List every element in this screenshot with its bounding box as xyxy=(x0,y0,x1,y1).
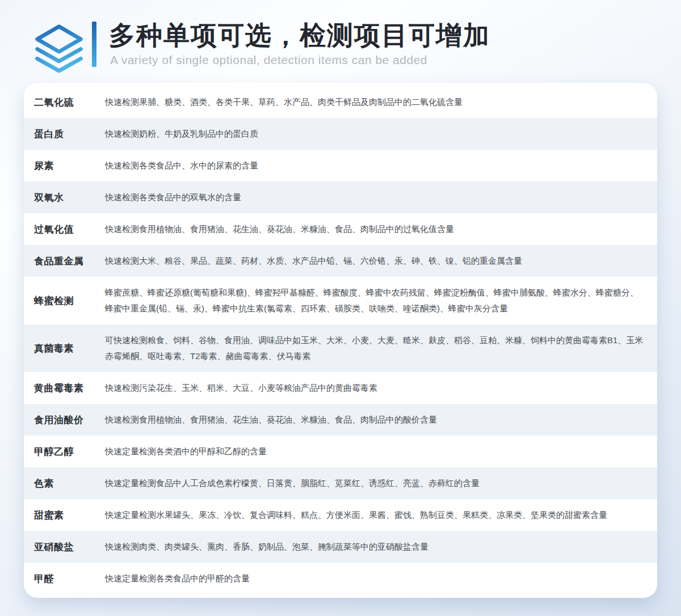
table-row: 色素 快速定量检测食品中人工合成色素柠檬黄、日落黄、胭脂红、苋菜红、诱惑红、亮蓝… xyxy=(24,467,657,499)
row-label: 食品重金属 xyxy=(24,255,105,268)
page-header: 多种单项可选，检测项目可增加 A variety of single optio… xyxy=(0,0,681,81)
row-description: 快速检测大米、粮谷、果品、蔬菜、药材、水质、水产品中铅、镉、六价铬、汞、砷、铁、… xyxy=(105,253,657,269)
row-label: 色素 xyxy=(24,477,105,490)
row-description: 快速检测各类食品中的双氧水的含量 xyxy=(105,189,657,205)
table-row: 甲醛 快速定量检测各类食品中的甲醛的含量 xyxy=(24,563,657,594)
table-row: 蜂蜜检测 蜂蜜蔗糖、蜂蜜还原糖(葡萄糖和果糖)、蜂蜜羟甲基糠醛、蜂蜜酸度、蜂蜜中… xyxy=(24,277,657,324)
row-description: 快速检测各类食品中、水中的尿素的含量 xyxy=(105,158,657,174)
row-description: 快速检测食用植物油、食用猪油、花生油、葵花油、米糠油、食品、肉制品中的过氧化值含… xyxy=(105,221,657,237)
table-row: 甜蜜素 快速定量检测水果罐头、果冻、冷饮、复合调味料、糕点、方便米面、果酱、蜜饯… xyxy=(24,499,657,531)
table-row: 食品重金属 快速检测大米、粮谷、果品、蔬菜、药材、水质、水产品中铅、镉、六价铬、… xyxy=(24,245,657,277)
row-description: 快速定量检测各类酒中的甲醇和乙醇的含量 xyxy=(105,444,657,459)
row-label: 食用油酸价 xyxy=(24,414,105,427)
table-row: 黄曲霉毒素 快速检测污染花生、玉米、稻米、大豆、小麦等粮油产品中的黄曲霉毒素 xyxy=(24,372,657,404)
row-description: 快速检测奶粉、牛奶及乳制品中的蛋白质 xyxy=(105,126,657,142)
row-description: 快速检测果脯、糖类、酒类、各类干果、草药、水产品、肉类干鲜品及肉制品中的二氧化硫… xyxy=(105,94,657,110)
page-subtitle: A variety of single optional, detection … xyxy=(110,53,490,67)
row-description: 快速定量检测各类食品中的甲醛的含量 xyxy=(105,571,657,587)
table-row: 双氧水 快速检测各类食品中的双氧水的含量 xyxy=(24,182,657,213)
detection-items-table: 二氧化硫 快速检测果脯、糖类、酒类、各类干果、草药、水产品、肉类干鲜品及肉制品中… xyxy=(24,83,657,598)
table-row: 尿素 快速检测各类食品中、水中的尿素的含量 xyxy=(24,150,657,182)
layers-stack-icon xyxy=(33,20,85,76)
row-label: 蜂蜜检测 xyxy=(24,294,105,307)
row-label: 过氧化值 xyxy=(24,223,105,236)
table-row: 二氧化硫 快速检测果脯、糖类、酒类、各类干果、草药、水产品、肉类干鲜品及肉制品中… xyxy=(24,86,657,118)
row-description: 快速定量检测水果罐头、果冻、冷饮、复合调味料、糕点、方便米面、果酱、蜜饯、熟制豆… xyxy=(105,507,657,523)
row-label: 黄曲霉毒素 xyxy=(24,382,105,395)
row-description: 快速检测食用植物油、食用猪油、花生油、葵花油、米糠油、食品、肉制品中的酸价含量 xyxy=(105,412,657,428)
row-label: 双氧水 xyxy=(24,191,105,204)
row-label: 尿素 xyxy=(24,159,105,172)
row-label: 真菌毒素 xyxy=(24,342,105,355)
table-row: 真菌毒素 可快速检测粮食、饲料、谷物、食用油、调味品中如玉米、大米、小麦、大麦、… xyxy=(24,324,657,372)
row-label: 甲醛 xyxy=(24,572,105,585)
row-label: 甜蜜素 xyxy=(24,509,105,522)
row-description: 蜂蜜蔗糖、蜂蜜还原糖(葡萄糖和果糖)、蜂蜜羟甲基糠醛、蜂蜜酸度、蜂蜜中农药残留、… xyxy=(105,285,657,317)
table-row: 甲醇乙醇 快速定量检测各类酒中的甲醇和乙醇的含量 xyxy=(24,436,657,467)
accent-bar xyxy=(92,22,96,67)
page-title: 多种单项可选，检测项目可增加 xyxy=(109,19,490,52)
row-label: 甲醇乙醇 xyxy=(24,445,105,458)
table-row: 过氧化值 快速检测食用植物油、食用猪油、花生油、葵花油、米糠油、食品、肉制品中的… xyxy=(24,213,657,245)
row-label: 蛋白质 xyxy=(24,128,105,141)
table-row: 食用油酸价 快速检测食用植物油、食用猪油、花生油、葵花油、米糠油、食品、肉制品中… xyxy=(24,404,657,436)
row-description: 快速检测污染花生、玉米、稻米、大豆、小麦等粮油产品中的黄曲霉毒素 xyxy=(105,380,657,396)
row-label: 二氧化硫 xyxy=(24,96,105,109)
table-row: 亚硝酸盐 快速检测肉类、肉类罐头、熏肉、香肠、奶制品、泡菜、腌制蔬菜等中的亚硝酸… xyxy=(24,531,657,563)
row-description: 可快速检测粮食、饲料、谷物、食用油、调味品中如玉米、大米、小麦、大麦、糙米、麸皮… xyxy=(105,332,657,364)
table-row: 蛋白质 快速检测奶粉、牛奶及乳制品中的蛋白质 xyxy=(24,118,657,150)
row-description: 快速检测肉类、肉类罐头、熏肉、香肠、奶制品、泡菜、腌制蔬菜等中的亚硝酸盐含量 xyxy=(105,539,657,555)
row-description: 快速定量检测食品中人工合成色素柠檬黄、日落黄、胭脂红、苋菜红、诱惑红、亮蓝、赤藓… xyxy=(105,475,657,491)
row-label: 亚硝酸盐 xyxy=(24,541,105,554)
